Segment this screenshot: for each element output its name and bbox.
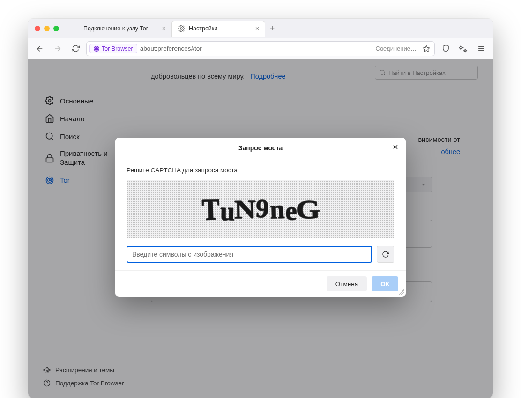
url-bar[interactable]: Tor Browser about:preferences#tor Соедин…	[86, 41, 435, 56]
dialog-close-button[interactable]	[392, 143, 399, 152]
browser-window: Подключение к узлу Tor × Настройки × + T…	[28, 19, 493, 398]
new-tab-button[interactable]: +	[265, 22, 279, 36]
dialog-body: Решите CAPTCHA для запроса моста TuN9neG	[115, 158, 406, 270]
arrow-right-icon	[53, 44, 62, 53]
gear-icon	[178, 25, 185, 32]
close-tab-icon[interactable]: ×	[255, 25, 259, 32]
back-button[interactable]	[33, 42, 47, 56]
app-menu-button[interactable]	[474, 42, 488, 56]
content-area: Основные Начало Поиск Приватность и Защи…	[28, 59, 493, 398]
onion-icon	[94, 46, 99, 52]
close-icon	[392, 143, 399, 151]
dialog-title: Запрос моста	[238, 144, 283, 152]
star-icon	[423, 45, 430, 52]
tor-badge-label: Tor Browser	[102, 45, 133, 52]
toolbar: Tor Browser about:preferences#tor Соедин…	[28, 38, 493, 59]
maximize-window-button[interactable]	[53, 26, 59, 31]
bridge-request-dialog: Запрос моста Решите CAPTCHA для запроса …	[115, 138, 406, 297]
arrow-left-icon	[36, 44, 44, 53]
tor-badge: Tor Browser	[89, 44, 137, 53]
traffic-lights	[35, 26, 59, 31]
captcha-image: TuN9neG	[127, 180, 394, 238]
captcha-prompt: Решите CAPTCHA для запроса моста	[127, 167, 394, 174]
tab-label: Настройки	[189, 25, 217, 32]
close-window-button[interactable]	[35, 26, 40, 31]
tab-strip: Подключение к узлу Tor × Настройки × +	[28, 19, 493, 38]
captcha-refresh-button[interactable]	[377, 246, 394, 263]
minimize-window-button[interactable]	[44, 26, 50, 31]
tab-label: Подключение к узлу Tor	[83, 25, 148, 32]
svg-point-0	[180, 28, 182, 29]
bookmark-button[interactable]	[421, 42, 432, 56]
reload-icon	[72, 44, 80, 52]
sparkle-icon	[459, 44, 468, 53]
close-tab-icon[interactable]: ×	[162, 25, 166, 32]
svg-marker-1	[423, 45, 429, 52]
reload-button[interactable]	[68, 42, 82, 56]
dialog-footer: Отмена ОК	[115, 270, 406, 297]
url-text: about:preferences#tor	[140, 45, 202, 52]
forward-button[interactable]	[51, 42, 65, 56]
hamburger-icon	[477, 44, 485, 52]
cancel-button[interactable]: Отмена	[327, 276, 367, 291]
tab-connecting[interactable]: Подключение к узлу Tor ×	[78, 21, 171, 37]
dialog-header: Запрос моста	[115, 138, 406, 158]
shield-icon	[442, 44, 450, 52]
modal-scrim: Запрос моста Решите CAPTCHA для запроса …	[28, 59, 493, 398]
shield-button[interactable]	[439, 42, 453, 56]
reload-icon	[382, 251, 389, 258]
security-level-button[interactable]	[456, 42, 470, 56]
captcha-input[interactable]	[127, 246, 372, 263]
tab-settings[interactable]: Настройки ×	[171, 21, 265, 37]
ok-button[interactable]: ОК	[372, 276, 398, 291]
resize-grip[interactable]	[398, 289, 404, 295]
connection-status: Соединение…	[376, 45, 419, 52]
